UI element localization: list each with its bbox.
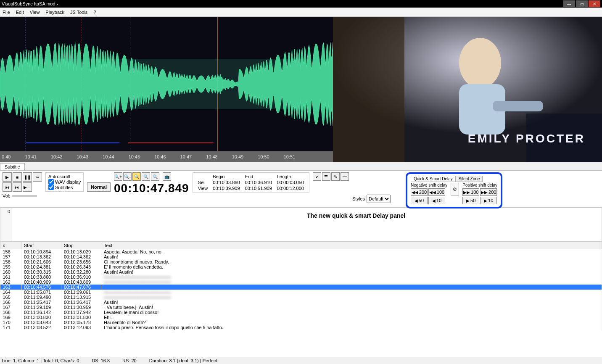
table-row[interactable]: 16100:10:33.86000:10:36.910xxxxxxxxxxxxx… (0, 274, 602, 280)
menu-edit[interactable]: Edit (16, 10, 24, 15)
menu-bar: FileEditViewPlaybackJS Tools? (0, 8, 602, 17)
menu-file[interactable]: File (3, 10, 10, 15)
col-begin: Begin (210, 174, 242, 179)
timeline-tick: 10:41 (25, 154, 37, 159)
close-button[interactable]: ✕ (589, 0, 600, 7)
col-header[interactable]: Stop (61, 242, 101, 249)
menu-[interactable]: ? (93, 10, 96, 15)
wave-edit-button[interactable]: 〰 (341, 172, 349, 181)
table-row[interactable]: 16700:11:29.10900:11:30.959- Va tutto be… (0, 305, 602, 310)
table-row[interactable]: 16800:11:36.14200:11:37.942Levatemi le m… (0, 310, 602, 315)
timeline-tick: 10:46 (154, 154, 166, 159)
subtitles-checkbox[interactable]: Subtitles (48, 185, 81, 190)
pause-button[interactable]: ❚❚ (23, 172, 32, 182)
zoom-in-button[interactable]: 🔍+ (114, 172, 122, 181)
zoom-page-button[interactable]: 🔍 (151, 172, 159, 181)
normal-speed-button[interactable]: Normal (87, 182, 111, 192)
pos-shift-label: Positive shift delay (462, 183, 497, 187)
table-row[interactable]: 15600:10:10.89400:10:13.029Aspetta. Aspe… (0, 249, 602, 255)
maximize-button[interactable]: ▭ (576, 0, 588, 7)
status-rs: RS: 20 (122, 358, 137, 363)
sel-begin: 00:10:33.860 (210, 179, 242, 185)
menu-jstools[interactable]: JS Tools (70, 10, 87, 15)
edit-button[interactable]: ✎ (331, 172, 340, 181)
table-row[interactable]: 16500:11:09.49000:11:13.915xxxxxxxxxxxxx… (0, 295, 602, 300)
wav-display-checkbox[interactable]: WAV display (48, 179, 81, 185)
col-header[interactable]: Text (101, 242, 602, 249)
status-ds: DS: 16.8 (92, 358, 110, 363)
tab-subtitle[interactable]: Subtitle (0, 163, 25, 170)
loop-button[interactable]: ∞ (33, 172, 42, 182)
timeline-tick: 10:50 (258, 154, 269, 159)
table-row[interactable]: 16300:10:44.57600:10:47.676 (0, 285, 602, 290)
svg-rect-11 (493, 101, 543, 111)
neg-shift-100-button[interactable]: ◀◀ 100 (428, 188, 445, 196)
view-end: 00:10:51.909 (243, 185, 275, 191)
video-toggle-button[interactable]: 📺 (163, 172, 171, 181)
timeline-tick: 10:48 (206, 154, 218, 159)
timeline-tick: 10:45 (129, 154, 140, 159)
play-button[interactable]: ▶ (3, 172, 12, 182)
tab-quick-delay[interactable]: Quick & Smart Delay (411, 176, 456, 182)
table-row[interactable]: 16900:13:00.83000:13:01.830Ehi. (0, 315, 602, 320)
timeline-tick: 10:43 (77, 154, 88, 159)
neg-shift-10-button[interactable]: ◀ 10 (428, 197, 445, 204)
playback-buttons: ▶ ■ ❚❚ ∞ ⏮ ⏭ ▶⋮ (3, 172, 42, 192)
view-length: 00:00:12.000 (275, 185, 306, 191)
prev-button[interactable]: ⏮ (3, 182, 12, 192)
table-row[interactable]: 17000:13:03.64300:13:05.178Hai sentito d… (0, 320, 602, 325)
subtitle-table-wrap[interactable]: #StartStopText 15600:10:10.89400:10:13.0… (0, 241, 602, 357)
play-end-button[interactable]: ▶⋮ (23, 182, 32, 192)
view-row-label: View (195, 185, 211, 191)
neg-shift-50-button[interactable]: ◀ 50 (411, 197, 428, 204)
list-button[interactable]: ☰ (322, 172, 330, 181)
table-row[interactable]: 15800:10:21.60600:10:23.656Ci incontriam… (0, 259, 602, 264)
table-row[interactable]: 15700:10:13.36200:10:14.362Austin! (0, 254, 602, 259)
table-row[interactable]: 15900:10:24.38100:10:26.343E' il momento… (0, 264, 602, 269)
pos-shift-50-button[interactable]: ▶ 50 (462, 197, 479, 204)
check-button[interactable]: ✔ (313, 172, 321, 181)
menu-view[interactable]: View (30, 10, 40, 15)
neg-shift-200-button[interactable]: ◀◀ 200 (411, 188, 428, 196)
table-row[interactable]: 16600:11:25.41700:11:26.417Austin! (0, 300, 602, 305)
subtitle-editor[interactable]: 0 (0, 208, 602, 241)
stop-button[interactable]: ■ (13, 172, 22, 182)
waveform-icon (0, 17, 333, 151)
zoom-out-button[interactable]: 🔍- (123, 172, 132, 181)
callout-text: The new quick & smart Delay panel (307, 212, 405, 219)
table-row[interactable]: 16200:10:40.90900:10:43.809xxxxxxxxxxxxx… (0, 280, 602, 285)
svg-rect-12 (333, 17, 404, 162)
smart-delay-icon[interactable]: ⚙ (451, 183, 459, 195)
timeline-tick: 10:47 (180, 154, 192, 159)
minimize-button[interactable]: — (563, 0, 575, 7)
table-row[interactable]: 16000:10:30.31500:10:32.280Austin! Austi… (0, 269, 602, 274)
menu-playback[interactable]: Playback (45, 10, 64, 15)
next-button[interactable]: ⏭ (13, 182, 22, 192)
col-header[interactable]: # (0, 242, 21, 249)
pos-shift-200-button[interactable]: ▶▶ 200 (480, 188, 497, 196)
pos-shift-100-button[interactable]: ▶▶ 100 (462, 188, 479, 196)
col-length: Length (275, 174, 306, 179)
editor-line-number: 0 (0, 208, 12, 241)
style-select-group: Styles Default (352, 195, 391, 203)
tab-silent-zone[interactable]: Silent Zone (456, 176, 483, 182)
col-end: End (243, 174, 275, 179)
styles-dropdown[interactable]: Default (367, 195, 391, 203)
view-begin: 00:10:39.909 (210, 185, 242, 191)
volume-slider[interactable] (12, 195, 37, 197)
sel-length: 00:00:03.050 (275, 179, 306, 185)
zoom-sel-button[interactable]: 🔍 (132, 172, 141, 181)
waveform-panel[interactable]: 0:4010:4110:4210:4310:4410:4510:4610:471… (0, 17, 333, 162)
timeline-tick: 10:44 (103, 154, 114, 159)
video-preview[interactable]: EMILY PROCTER (333, 17, 602, 162)
subtitle-table: #StartStopText 15600:10:10.89400:10:13.0… (0, 242, 602, 330)
col-header[interactable]: Start (21, 242, 61, 249)
timeline-tick: 10:49 (232, 154, 244, 159)
table-row[interactable]: 17100:13:08.52200:13:12.093L'hanno preso… (0, 325, 602, 330)
title-bar: VisualSubSync ItaSA mod - — ▭ ✕ (0, 0, 602, 8)
table-row[interactable]: 16400:11:05.87100:11:09.061xxxxxxxxxxxxx… (0, 290, 602, 295)
timeline-ruler[interactable]: 0:4010:4110:4210:4310:4410:4510:4610:471… (0, 151, 333, 162)
pos-shift-10-button[interactable]: ▶ 10 (480, 197, 497, 204)
zoom-all-button[interactable]: 🔍 (142, 172, 150, 181)
zoom-buttons: 🔍+ 🔍- 🔍 🔍 🔍 📺 (114, 172, 189, 181)
